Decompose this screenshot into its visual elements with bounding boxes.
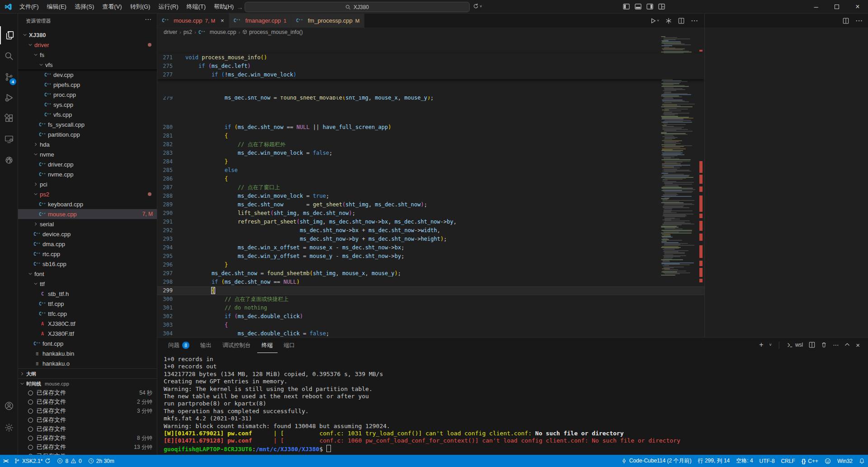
tree-item-XJ380F.ttf[interactable]: AXJ380F.ttf [18,329,157,338]
close-icon[interactable]: × [847,0,868,14]
code-line-287[interactable]: 287 // 点在了窗口上 [157,183,704,192]
tree-item-partition.cpp[interactable]: C⁺⁺partition.cpp [18,129,157,139]
tab-fm_processp.cpp[interactable]: C⁺⁺fm_processp.cppM [292,14,365,28]
code-line-279[interactable]: 279 ms_dec.sht_now = found_sheet_movable… [157,96,704,102]
terminal-dropdown-icon[interactable]: ˅ [769,343,772,347]
outline-section-header[interactable]: 大纲 [18,368,157,379]
code-line-299[interactable]: 299 { [157,286,704,295]
code-line-302[interactable]: 302 if (ms_dec.double_click) [157,312,704,321]
tree-item-hda[interactable]: hda [18,139,157,149]
toggle-secondary-sidebar-icon[interactable] [646,3,653,10]
timeline-section-header[interactable]: 时间线mouse.cpp [18,378,157,389]
tree-item-dev.cpp[interactable]: C⁺⁺dev.cpp [18,70,157,80]
code-line-286[interactable]: 286 { [157,175,704,183]
timeline-item[interactable]: 已保存文件3 分钟 [18,406,157,415]
code-line-297[interactable]: 297 ms_dec.sht_now = found_sheetmb(sht_i… [157,269,704,278]
code-line-284[interactable]: 284 } [157,157,704,166]
tree-item-ttfc.cpp[interactable]: C⁺⁺ttfc.cpp [18,309,157,319]
code-line-292[interactable]: 292 ms_dec.sht_now->bx + ms_dec.sht_now-… [157,226,704,235]
menu-item-4[interactable]: 查看(V) [98,0,126,14]
tree-item-nvme.cpp[interactable]: C⁺⁺nvme.cpp [18,169,157,179]
tree-item-XJ380C.ttf[interactable]: AXJ380C.ttf [18,319,157,329]
remote-tools-icon[interactable] [0,130,18,148]
status-cursor-position[interactable]: 行 299, 列 14 [695,455,733,467]
tree-item-sb16.cpp[interactable]: C⁺⁺sb16.cpp [18,259,157,269]
code-line-289[interactable]: 289 ms_dec.sht_now = get_sheet(sht_img, … [157,200,704,209]
code-line-282[interactable]: 282 // 点在了标题栏外 [157,140,704,149]
terminal-output[interactable]: 1+0 records in1+0 records out134217728 b… [164,356,842,453]
more-actions-icon[interactable]: ⋯ [691,16,698,25]
menu-item-3[interactable]: 选择(S) [71,0,98,14]
source-control-icon[interactable]: 4 [0,68,18,86]
code-line-290[interactable]: 290 lift_sheet(sht_img, ms_dec.sht_now); [157,209,704,218]
timeline-item[interactable]: 已保存文件 [18,424,157,434]
timeline-item[interactable]: 已保存文件 [18,415,157,424]
code-line-285[interactable]: 285 else [157,166,704,175]
tree-item-vfs[interactable]: vfs [18,60,157,70]
tab-fmanager.cpp[interactable]: C⁺⁺fmanager.cpp1 [229,14,292,28]
tree-item-proc.cpp[interactable]: C⁺⁺proc.cpp [18,90,157,100]
timeline-item[interactable]: 已保存文件54 秒 [18,388,157,397]
status-remote[interactable]: >< [0,455,11,467]
tree-item-ttf[interactable]: ttf [18,279,157,289]
tree-item-keyboard.cpp[interactable]: C⁺⁺keyboard.cpp [18,199,157,209]
nav-forward-icon[interactable]: → [236,3,243,11]
account-icon[interactable] [0,397,18,415]
code-line-301[interactable]: 301 // do nothing [157,304,704,312]
tree-item-driver[interactable]: driver [18,40,157,50]
status-branch[interactable]: XSK2.1* [11,455,54,467]
status-feedback[interactable] [821,455,834,467]
customize-layout-icon[interactable] [658,3,665,10]
search-icon[interactable] [0,47,18,65]
code-line-291[interactable]: 291 refresh_part_sheet(sht_img, ms_dec.s… [157,218,704,226]
code-editor[interactable]: 271void process_mouse_info()275 if (ms_d… [157,36,704,337]
terminal-instance[interactable]: wsl [787,342,803,348]
tree-item-ttf.cpp[interactable]: C⁺⁺ttf.cpp [18,299,157,309]
breadcrumb[interactable]: driver›ps2›C⁺⁺mouse.cpp›process_mouse_in… [157,28,704,36]
code-line-304[interactable]: 304 ms_dec.double_click = false; [157,329,704,337]
refresh-tasks-icon[interactable]: ˅ [473,3,482,9]
settings-icon[interactable] [0,419,18,437]
tree-item-device.cpp[interactable]: C⁺⁺device.cpp [18,229,157,239]
tree-item-pipefs.cpp[interactable]: C⁺⁺pipefs.cpp [18,80,157,90]
panel-more-icon[interactable]: ⋯ [833,342,839,348]
split-terminal-icon[interactable] [809,342,815,348]
code-line-294[interactable]: 294 ms_dec.win_x_offset = mouse_x - ms_d… [157,243,704,252]
tree-item-XJ380[interactable]: XJ380 [18,30,157,40]
menu-item-1[interactable]: 文件(F) [15,0,43,14]
tree-item-hankaku.o[interactable]: ≡hankaku.o [18,358,157,368]
breadcrumb-item-ps2[interactable]: ps2 [184,29,192,35]
sidebar-more-actions-icon[interactable]: ⋯ [145,15,151,24]
tree-item-hankaku.bin[interactable]: ≡hankaku.bin [18,348,157,358]
breadcrumb-item-mouse.cpp[interactable]: mouse.cpp [210,29,236,35]
menu-item-5[interactable]: 转到(G) [126,0,155,14]
nav-back-icon[interactable]: ← [223,3,230,11]
code-line-283[interactable]: 283 ms_dec.win_move_lock = false; [157,149,704,157]
panel-tab-调试控制台[interactable]: 调试控制台 [218,338,255,353]
ai-assistant-icon[interactable] [665,18,672,24]
status-indentation[interactable]: 空格: 4 [733,455,756,467]
menu-item-2[interactable]: 编辑(E) [43,0,71,14]
timeline-item[interactable]: 已保存文件 [18,452,157,455]
toggle-sidebar-icon[interactable] [623,3,630,10]
code-line-296[interactable]: 296 } [157,261,704,269]
tree-item-sys.cpp[interactable]: C⁺⁺sys.cpp [18,100,157,110]
tree-item-mouse.cpp[interactable]: C⁺⁺mouse.cpp7, M [18,209,157,219]
status-commit-info[interactable]: Code-Cube114 (2 个月前) [618,455,695,467]
code-line-295[interactable]: 295 ms_dec.win_y_offset = mouse_y - ms_d… [157,252,704,261]
tree-item-vfs.cpp[interactable]: C⁺⁺vfs.cpp [18,110,157,119]
code-line-288[interactable]: 288 ms_dec.win_move_lock = true; [157,192,704,200]
status-eol[interactable]: CRLF [778,455,798,467]
menu-item-6[interactable]: 运行(R) [154,0,182,14]
timeline-item[interactable]: 已保存文件2 分钟 [18,397,157,406]
code-line-293[interactable]: 293 ms_dec.sht_now->by + ms_dec.sht_now-… [157,235,704,243]
tree-item-font[interactable]: font [18,269,157,279]
split-editor-icon[interactable] [843,18,849,24]
tree-item-nvme[interactable]: nvme [18,149,157,159]
tree-item-serial[interactable]: serial [18,219,157,229]
timeline-item[interactable]: 已保存文件13 分钟 [18,443,157,452]
status-encoding[interactable]: UTF-8 [756,455,778,467]
new-terminal-icon[interactable]: + [759,341,763,349]
explorer-icon[interactable] [0,26,19,44]
maximize-panel-icon[interactable] [844,342,850,348]
